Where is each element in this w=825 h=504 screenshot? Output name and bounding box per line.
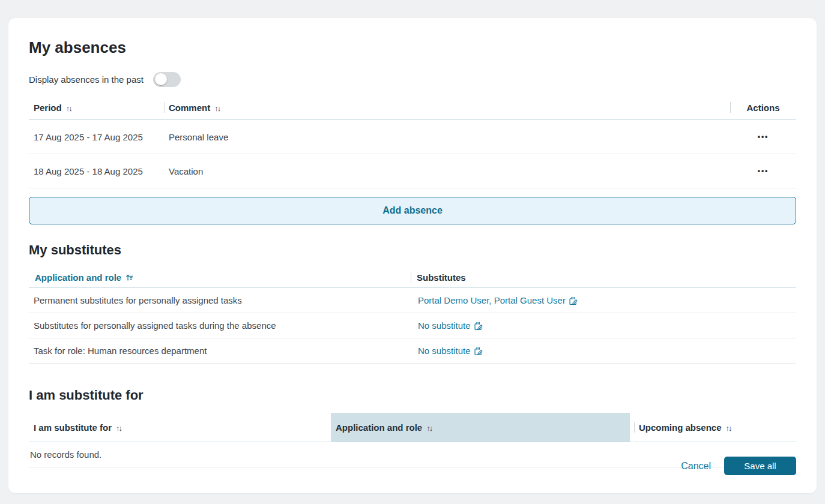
substitute-for-header-row: I am substitute for↑↓ Application and ro… <box>29 413 796 442</box>
column-label-substitutes: Substitutes <box>417 272 466 283</box>
substitutes-table-header-row: Application and role Substitutes <box>29 268 796 288</box>
sort-updown-icon: ↑↓ <box>726 424 731 433</box>
column-label-upcoming-absence: Upcoming absence <box>639 422 722 433</box>
substitute-edit-link[interactable]: No substitute <box>418 320 483 331</box>
application-role-cell: Permanent substitutes for personally ass… <box>29 288 411 313</box>
absences-table: Period↑↓ Comment↑↓ Actions 17 Aug 2025 -… <box>29 95 796 188</box>
add-absence-button[interactable]: Add absence <box>29 197 796 224</box>
substitute-rule-row: Substitutes for personally assigned task… <box>29 313 796 338</box>
edit-substitute-icon <box>474 347 483 356</box>
absence-row: 18 Aug 2025 - 18 Aug 2025 Vacation ••• <box>29 154 796 188</box>
row-overflow-menu-button[interactable]: ••• <box>753 164 774 178</box>
footer-actions: Cancel Save all <box>676 457 796 475</box>
cancel-button[interactable]: Cancel <box>676 458 716 474</box>
column-label-application-role: Application and role <box>336 422 422 433</box>
save-all-button[interactable]: Save all <box>724 457 796 475</box>
column-header-substitutes: Substitutes <box>411 268 796 288</box>
column-header-upcoming-absence[interactable]: Upcoming absence↑↓ <box>634 413 796 442</box>
edit-substitute-icon <box>474 322 483 331</box>
toggle-knob-icon <box>155 73 167 85</box>
column-label-actions: Actions <box>746 103 779 113</box>
absences-card: My absences Display absences in the past… <box>8 18 817 493</box>
column-label-application-role: Application and role <box>35 272 121 283</box>
display-past-toggle[interactable] <box>153 72 181 87</box>
sort-updown-icon: ↑↓ <box>426 424 432 433</box>
substitutes-table: Application and role Substitutes Permane… <box>29 268 796 364</box>
column-label-comment: Comment <box>169 103 210 113</box>
sort-updown-icon: ↑↓ <box>66 104 71 113</box>
substitute-value: No substitute <box>418 320 471 331</box>
substitute-edit-link[interactable]: No substitute <box>418 346 483 356</box>
absence-period: 17 Aug 2025 - 17 Aug 2025 <box>29 120 164 154</box>
column-header-period[interactable]: Period↑↓ <box>29 95 164 120</box>
absence-row: 17 Aug 2025 - 17 Aug 2025 Personal leave… <box>29 120 796 154</box>
substitute-edit-link[interactable]: Portal Demo User, Portal Guest User <box>418 295 578 305</box>
application-role-cell: Task for role: Human resources departmen… <box>29 338 411 364</box>
column-label-period: Period <box>34 103 62 113</box>
display-past-toggle-label: Display absences in the past <box>29 74 144 85</box>
column-label-i-am-substitute-for: I am substitute for <box>34 422 112 433</box>
substitute-rule-row: Permanent substitutes for personally ass… <box>29 288 796 313</box>
row-overflow-menu-button[interactable]: ••• <box>753 130 774 143</box>
substitute-value: No substitute <box>418 346 471 356</box>
column-header-application-role[interactable]: Application and role↑↓ <box>330 413 634 442</box>
sort-updown-icon: ↑↓ <box>116 424 121 433</box>
substitutes-section-title: My substitutes <box>29 242 796 258</box>
substitute-rule-row: Task for role: Human resources departmen… <box>29 338 796 364</box>
column-header-application-role[interactable]: Application and role <box>29 268 411 288</box>
edit-substitute-icon <box>569 296 578 305</box>
display-past-row: Display absences in the past <box>29 71 796 87</box>
sort-ascending-icon <box>125 274 133 281</box>
column-header-i-am-substitute-for[interactable]: I am substitute for↑↓ <box>29 413 330 442</box>
column-header-actions: Actions <box>730 95 796 120</box>
absence-comment: Vacation <box>164 154 730 188</box>
page-title: My absences <box>29 38 796 57</box>
substitute-for-section-title: I am substitute for <box>29 388 796 403</box>
absence-period: 18 Aug 2025 - 18 Aug 2025 <box>29 154 164 188</box>
application-role-cell: Substitutes for personally assigned task… <box>29 313 411 338</box>
sort-updown-icon: ↑↓ <box>214 104 220 113</box>
column-header-comment[interactable]: Comment↑↓ <box>164 95 730 120</box>
absence-comment: Personal leave <box>164 120 730 154</box>
absences-table-header-row: Period↑↓ Comment↑↓ Actions <box>29 95 796 120</box>
substitute-value: Portal Demo User, Portal Guest User <box>418 295 566 305</box>
